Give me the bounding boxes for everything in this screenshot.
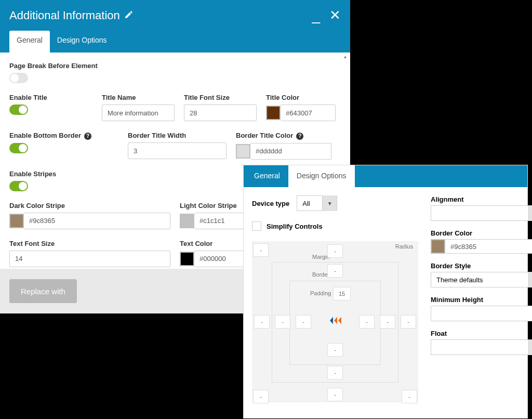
title-name-input[interactable] <box>102 104 175 121</box>
border-style-label: Border Style <box>431 262 532 270</box>
padding-top-input[interactable] <box>333 287 351 300</box>
border-title-color-swatch[interactable] <box>236 144 250 159</box>
border-style-select[interactable]: Theme defaults ▼ <box>431 272 532 287</box>
min-height-input[interactable] <box>431 306 532 321</box>
enable-stripes-toggle[interactable] <box>9 181 28 191</box>
device-type-label: Device type <box>252 200 289 207</box>
border-title-width-label: Border Title Width <box>128 132 227 139</box>
box-model-center-icon <box>328 316 342 329</box>
border-title-color-label: Border Title Color? <box>236 132 335 140</box>
border-top-input[interactable] <box>327 264 343 278</box>
float-select[interactable]: ▼ <box>431 339 532 355</box>
border-right-input[interactable] <box>380 315 395 329</box>
close-button[interactable]: ✕ <box>329 7 341 23</box>
tab-design-options[interactable]: Design Options <box>50 31 114 53</box>
radius-bl-input[interactable] <box>253 390 269 403</box>
alignment-select[interactable]: ▼ <box>431 205 532 221</box>
dark-stripe-label: Dark Color Stripe <box>9 202 170 210</box>
alignment-label: Alignment <box>431 195 532 203</box>
dark-stripe-input[interactable] <box>24 213 170 229</box>
minimize-button[interactable]: _ <box>312 13 320 18</box>
help-icon[interactable]: ? <box>296 133 303 140</box>
device-type-select[interactable]: All ▼ <box>297 195 337 211</box>
border-color-label: Border Color <box>431 229 532 237</box>
text-color-swatch[interactable] <box>180 252 194 266</box>
margin-top-input[interactable] <box>327 244 343 258</box>
tab-general-2[interactable]: General <box>244 165 288 187</box>
tab-general[interactable]: General <box>9 31 50 53</box>
enable-title-toggle[interactable] <box>9 104 28 115</box>
title-font-size-input[interactable] <box>184 104 257 121</box>
design-options-dialog: General Design Options Device type All ▼… <box>243 165 528 418</box>
page-break-label: Page Break Before Element <box>9 62 98 70</box>
radius-tl-input[interactable] <box>253 243 269 257</box>
light-stripe-swatch[interactable] <box>180 214 194 228</box>
simplify-controls-checkbox[interactable] <box>252 221 261 231</box>
border-bottom-input[interactable] <box>327 366 343 379</box>
chevron-down-icon[interactable]: ▼ <box>528 205 532 221</box>
dialog-tabs: General Design Options <box>0 31 350 53</box>
border-title-width-input[interactable] <box>128 142 227 159</box>
enable-title-label: Enable Title <box>9 94 92 101</box>
min-height-label: Minimum Height <box>431 296 532 304</box>
help-icon[interactable]: ? <box>84 133 91 140</box>
title-font-size-label: Title Font Size <box>184 94 257 101</box>
page-break-toggle[interactable] <box>9 73 28 83</box>
border-title-color-input[interactable] <box>250 143 331 160</box>
chevron-down-icon[interactable]: ▼ <box>322 195 337 211</box>
title-name-label: Title Name <box>102 94 175 101</box>
enable-stripes-label: Enable Stripes <box>9 170 56 178</box>
text-font-size-label: Text Font Size <box>9 240 170 247</box>
box-model-editor: Radius Margin Border Padding <box>252 241 418 402</box>
design-tabs: General Design Options <box>244 165 527 187</box>
simplify-controls-label: Simplify Controls <box>267 222 323 230</box>
dialog-title: Additional Information <box>9 9 120 22</box>
scroll-up-icon[interactable]: ▴ <box>344 54 349 59</box>
title-color-input[interactable] <box>281 104 336 121</box>
radius-br-input[interactable] <box>402 390 417 403</box>
border-left-input[interactable] <box>275 315 290 329</box>
dark-stripe-swatch[interactable] <box>9 214 24 228</box>
radius-label: Radius <box>395 243 413 250</box>
chevron-down-icon[interactable]: ▼ <box>528 272 532 287</box>
title-color-swatch[interactable] <box>266 106 281 120</box>
chevron-down-icon[interactable]: ▼ <box>528 339 532 355</box>
border-color-input[interactable] <box>445 239 532 254</box>
border-style-value: Theme defaults <box>431 276 528 284</box>
replace-with-button[interactable]: Replace with <box>9 279 77 303</box>
padding-right-input[interactable] <box>359 315 375 329</box>
margin-left-input[interactable] <box>254 315 270 329</box>
title-color-label: Title Color <box>266 94 339 101</box>
device-type-value: All <box>297 200 322 207</box>
edit-icon[interactable] <box>124 10 134 21</box>
tab-design-options-2[interactable]: Design Options <box>288 165 355 187</box>
margin-right-input[interactable] <box>401 315 416 329</box>
design-body: Device type All ▼ Simplify Controls Radi… <box>244 187 527 411</box>
text-font-size-input[interactable] <box>9 251 170 267</box>
padding-bottom-input[interactable] <box>327 343 343 357</box>
enable-bottom-border-label: Enable Bottom Border? <box>9 132 118 140</box>
enable-bottom-border-toggle[interactable] <box>9 143 28 153</box>
margin-bottom-input[interactable] <box>327 388 343 401</box>
dialog-header: Additional Information _ ✕ <box>0 0 350 31</box>
padding-left-input[interactable] <box>296 315 311 329</box>
border-color-swatch[interactable] <box>431 239 445 254</box>
float-label: Float <box>431 330 532 337</box>
